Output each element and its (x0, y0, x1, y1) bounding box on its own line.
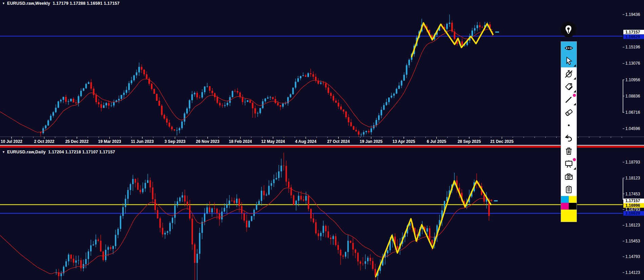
line-tool-button[interactable] (561, 93, 577, 106)
color-palette[interactable] (561, 196, 577, 210)
timer-off-button[interactable] (561, 67, 577, 80)
price-marker-value: 1.16996 (625, 203, 640, 208)
stopwatch-off-icon (564, 69, 573, 78)
panel-splitter[interactable] (0, 145, 644, 148)
price-axis-label: 1.15196 (625, 45, 640, 49)
palette-cyan-swatch[interactable] (561, 196, 569, 203)
price-marker-value: 1.16629 (625, 35, 640, 39)
daily-title-text: EURUSD.raw,Daily 1.17204 1.17218 1.17107… (7, 150, 115, 154)
weekly-moving-average (0, 29, 493, 132)
date-axis-label: 3 Sep 2023 (164, 139, 185, 144)
price-axis-label: 1.10956 (625, 78, 640, 82)
date-axis-label: 4 Aug 2024 (295, 139, 316, 144)
date-axis-label: 6 Jul 2025 (427, 139, 446, 144)
clipboard-button[interactable] (561, 183, 577, 196)
date-axis-label: 25 Dec 2022 (65, 139, 89, 144)
whiteboard-icon (564, 159, 573, 168)
clipboard-icon (564, 185, 573, 194)
date-axis-label: 12 May 2024 (261, 139, 285, 144)
active-color-swatch[interactable] (561, 210, 577, 222)
dot-tool-button[interactable] (561, 119, 577, 132)
camera-icon (564, 172, 573, 181)
price-marker-value: 1.16629 (625, 211, 640, 216)
tag-pencil-icon (564, 82, 573, 91)
cursor-arrow-icon (564, 57, 573, 65)
board-button[interactable] (561, 157, 577, 170)
palette-magenta-swatch[interactable] (561, 203, 569, 210)
date-axis-label: 18 Feb 2024 (229, 139, 252, 144)
weekly-chart-title: ▼EURUSD.raw,Weekly 1.17179 1.17288 1.165… (2, 1, 120, 6)
daily-plot[interactable] (0, 153, 623, 280)
date-axis-label: 2 Oct 2022 (34, 139, 54, 144)
date-axis-label: 13 Apr 2025 (393, 139, 415, 144)
eye-icon (564, 44, 573, 52)
price-axis-label: 1.06716 (625, 110, 640, 115)
date-axis-label: 28 Sep 2025 (458, 139, 481, 144)
price-axis-label: 1.14123 (625, 270, 640, 275)
weekly-current-price-dash (495, 31, 499, 33)
charts-canvas[interactable]: 1.194361.151961.130761.109561.088361.067… (0, 0, 644, 280)
weekly-candles (40, 15, 493, 138)
price-marker-value: 1.17157 (625, 30, 640, 35)
price-axis-label: 1.13076 (625, 61, 640, 66)
date-axis-label: 10 Jul 2022 (1, 139, 22, 144)
trash-icon (564, 147, 573, 155)
trash-button[interactable] (561, 145, 577, 157)
daily-current-price-dash (494, 200, 498, 201)
weekly-plot[interactable] (0, 15, 623, 138)
weekly-price-axis[interactable]: 1.194361.151961.130761.109561.088361.067… (623, 12, 644, 131)
price-axis-label: 1.19436 (625, 12, 640, 17)
price-axis-label: 1.14793 (625, 254, 640, 259)
undo-button[interactable] (561, 132, 577, 145)
collapse-triangle-icon[interactable]: ▼ (2, 2, 5, 5)
date-axis-label: 19 Mar 2023 (98, 139, 121, 144)
daily-candles (56, 153, 492, 280)
date-axis-label: 27 Oct 2024 (327, 139, 350, 144)
price-axis-label: 1.18793 (625, 160, 640, 165)
visibility-button[interactable] (561, 42, 577, 55)
price-axis-label: 1.18123 (625, 176, 640, 180)
eraser-button[interactable] (561, 106, 577, 119)
daily-chart-title: ▼EURUSD.raw,Daily 1.17204 1.17218 1.1710… (2, 150, 115, 154)
price-axis-label: 1.16123 (625, 223, 640, 228)
collapse-triangle-icon[interactable]: ▼ (2, 150, 5, 154)
tag-edit-button[interactable] (561, 80, 577, 93)
pen-logo-button[interactable] (561, 22, 576, 37)
undo-arrow-icon (564, 134, 573, 143)
date-axis-label: 19 Jan 2025 (360, 139, 383, 144)
toolbar-panel (561, 41, 577, 222)
price-axis-label: 1.15453 (625, 239, 640, 243)
date-axis-label: 26 Nov 2023 (196, 139, 220, 144)
daily-price-axis[interactable]: 1.187931.181231.174531.161231.154531.147… (623, 160, 644, 275)
line-icon (564, 95, 573, 104)
daily-zigzag-drawing[interactable] (376, 181, 491, 277)
price-axis-label: 1.17453 (625, 192, 640, 196)
camera-button[interactable] (561, 170, 577, 183)
date-axis-label: 11 Jun 2023 (131, 139, 154, 144)
price-marker-value: 1.17157 (625, 198, 640, 203)
drawing-toolbar (560, 22, 577, 222)
palette-yellow-swatch[interactable] (569, 196, 577, 203)
mt4-chart-workspace: 1.194361.151961.130761.109561.088361.067… (0, 0, 644, 280)
date-axis-label: 21 Dec 2025 (490, 139, 514, 144)
palette-black-swatch[interactable] (569, 203, 577, 210)
cursor-button[interactable] (561, 55, 577, 67)
pen-nib-icon (563, 24, 574, 35)
price-axis-label: 1.04596 (625, 126, 640, 131)
eraser-icon (564, 108, 573, 117)
weekly-date-axis[interactable]: 10 Jul 20222 Oct 202225 Dec 202219 Mar 2… (0, 137, 644, 144)
weekly-title-text: EURUSD.raw,Weekly 1.17179 1.17288 1.1659… (7, 1, 120, 6)
dot-icon (564, 121, 573, 130)
price-axis-label: 1.08836 (625, 94, 640, 99)
